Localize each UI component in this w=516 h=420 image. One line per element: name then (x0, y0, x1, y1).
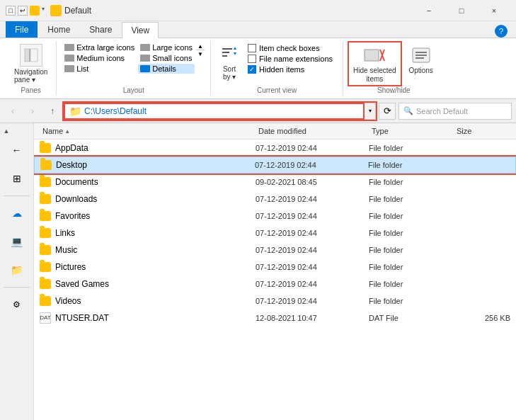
hide-selected-button[interactable]: Hide selecteditems (349, 42, 401, 85)
show-hide-group: Hide selecteditems Options (343, 41, 445, 96)
file-row[interactable]: Saved Games 07-12-2019 02:44 File folder (34, 276, 516, 293)
address-bar-container: 📁 C:\Users\Default ▾ (64, 103, 376, 120)
quick-access-btn2[interactable]: ↩ (18, 6, 28, 16)
small-icons-btn[interactable]: Small icons (138, 53, 195, 63)
col-name-header[interactable]: Name ▲ (40, 125, 256, 137)
col-date-header[interactable]: Date modified (256, 125, 369, 137)
file-type-cell: File folder (369, 263, 454, 271)
sidebar-onedrive-item[interactable]: ☁ (4, 200, 30, 226)
file-date-cell: 07-12-2019 02:44 (256, 144, 369, 152)
current-view-content: Sortby ▾ Item check boxes File name exte… (217, 42, 337, 85)
show-hide-content: Hide selecteditems Options (349, 42, 439, 85)
quick-access-btn[interactable]: □ (6, 6, 16, 16)
item-check-boxes-row[interactable]: Item check boxes (248, 44, 333, 52)
layout-label: Layout (123, 86, 144, 94)
file-row[interactable]: Favorites 07-12-2019 02:44 File folder (34, 208, 516, 225)
sidebar-back-item[interactable]: ← (4, 137, 30, 163)
tab-file[interactable]: File (6, 21, 38, 38)
sidebar-computer-item[interactable]: 💻 (4, 229, 30, 254)
minimize-button[interactable]: − (413, 0, 445, 21)
svg-marker-6 (234, 52, 236, 55)
sort-icon (219, 45, 239, 65)
address-bar[interactable]: 📁 C:\Users\Default (64, 103, 365, 120)
help-button[interactable]: ? (495, 25, 508, 38)
search-placeholder: Search Default (416, 107, 468, 115)
window-title: Default (64, 6, 91, 16)
file-date-cell: 07-12-2019 02:44 (256, 263, 369, 271)
svg-rect-8 (365, 50, 379, 61)
svg-rect-4 (222, 52, 229, 53)
file-name-text: Favorites (55, 211, 90, 221)
col-type-label: Type (372, 127, 389, 135)
search-box[interactable]: 🔍 Search Default (399, 103, 512, 120)
item-check-boxes-checkbox[interactable] (248, 44, 256, 52)
file-name-extensions-checkbox[interactable] (248, 55, 256, 63)
file-icon: DAT (40, 312, 51, 324)
file-row[interactable]: Downloads 07-12-2019 02:44 File folder (34, 191, 516, 208)
layout-down-arrow[interactable]: ▼ (196, 50, 205, 57)
layout-group-content: Extra large icons Medium icons List Larg… (62, 42, 205, 85)
file-row[interactable]: Links 07-12-2019 02:44 File folder (34, 225, 516, 242)
file-row[interactable]: Desktop 07-12-2019 02:44 File folder (34, 157, 516, 174)
options-button[interactable]: Options (403, 42, 439, 76)
file-row[interactable]: Documents 09-02-2021 08:45 File folder (34, 174, 516, 191)
up-button[interactable]: ↑ (44, 103, 61, 120)
list-btn[interactable]: List (62, 64, 137, 74)
file-name-text: Videos (55, 296, 81, 306)
file-area: Name ▲ Date modified Type Size AppData 0… (34, 123, 516, 420)
small-icon (140, 55, 150, 62)
details-label: Details (152, 64, 176, 73)
sidebar-folder-item[interactable]: 📁 (4, 257, 30, 283)
file-name-text: Links (55, 228, 75, 238)
medium-icons-btn[interactable]: Medium icons (62, 53, 137, 63)
file-type-cell: File folder (369, 212, 454, 220)
tab-view[interactable]: View (122, 22, 159, 38)
file-name-text: Pictures (55, 262, 86, 272)
large-icons-btn[interactable]: Large icons (138, 42, 195, 52)
col-name-label: Name (42, 127, 63, 135)
file-row[interactable]: DAT NTUSER.DAT 12-08-2021 10:47 DAT File… (34, 310, 516, 327)
item-check-boxes-label: Item check boxes (259, 44, 320, 52)
main-area: ▲ ← ⊞ ☁ 💻 📁 ⚙ ▼ Name ▲ Date modified Typ… (0, 123, 516, 420)
address-dropdown-button[interactable]: ▾ (365, 103, 376, 120)
refresh-button[interactable]: ⟳ (379, 103, 396, 120)
panes-group-content: Navigationpane ▾ (11, 42, 50, 85)
file-name-extensions-row[interactable]: File name extensions (248, 55, 333, 63)
hidden-items-row[interactable]: ✓ Hidden items (248, 65, 333, 74)
sort-by-button[interactable]: Sortby ▾ (217, 42, 242, 84)
file-name-cell: Videos (40, 296, 256, 306)
file-type-cell: File folder (369, 246, 454, 254)
sidebar-desktop-item[interactable]: ⊞ (4, 166, 30, 191)
file-name-cell: Favorites (40, 211, 256, 221)
address-bar-text: C:\Users\Default (84, 106, 147, 116)
back-button[interactable]: ‹ (4, 103, 21, 120)
forward-button[interactable]: › (24, 103, 41, 120)
layout-up-arrow[interactable]: ▲ (196, 42, 205, 50)
sidebar-settings-item[interactable]: ⚙ (4, 292, 30, 317)
maximize-button[interactable]: □ (445, 0, 478, 21)
navigation-pane-button[interactable]: Navigationpane ▾ (11, 42, 50, 85)
options-label: Options (408, 67, 432, 75)
file-row[interactable]: Pictures 07-12-2019 02:44 File folder (34, 259, 516, 276)
file-name-text: Music (55, 245, 77, 255)
col-size-header[interactable]: Size (454, 125, 510, 137)
file-row[interactable]: Videos 07-12-2019 02:44 File folder (34, 293, 516, 310)
close-button[interactable]: × (478, 0, 510, 21)
file-rows-container: AppData 07-12-2019 02:44 File folder Des… (34, 140, 516, 327)
quick-access-dropdown[interactable]: ▾ (42, 6, 45, 16)
options-icon (410, 44, 432, 67)
file-row[interactable]: Music 07-12-2019 02:44 File folder (34, 242, 516, 259)
col-type-header[interactable]: Type (369, 125, 454, 137)
ribbon-tabs: File Home Share View ? (0, 21, 516, 38)
extra-large-icons-btn[interactable]: Extra large icons (62, 42, 137, 52)
folder-icon (40, 211, 51, 221)
tab-home[interactable]: Home (38, 21, 79, 38)
sidebar-collapse-btn[interactable]: ▲ (1, 126, 11, 136)
svg-rect-1 (30, 49, 38, 62)
file-date-cell: 07-12-2019 02:44 (256, 212, 369, 220)
hidden-items-checkbox[interactable]: ✓ (248, 65, 256, 74)
tab-share[interactable]: Share (80, 21, 121, 38)
file-row[interactable]: AppData 07-12-2019 02:44 File folder (34, 140, 516, 157)
folder-icon (40, 143, 51, 153)
details-btn[interactable]: Details (138, 64, 195, 74)
